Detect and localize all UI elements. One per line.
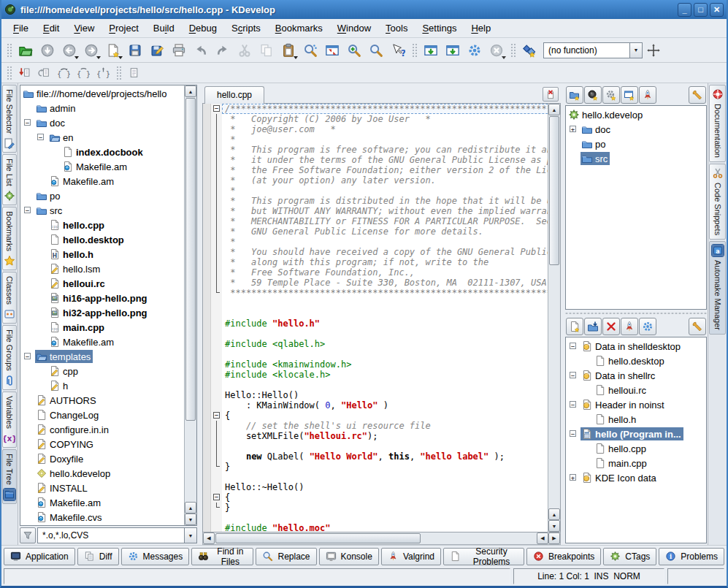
left-tab-bookmarks[interactable]: Bookmarks [2,207,17,270]
doc-button[interactable] [125,64,143,81]
zoom-out-button[interactable] [366,40,386,61]
rocket-button[interactable] [621,318,638,335]
menu-debug[interactable]: Debug [182,20,224,37]
rb-gear-button[interactable] [639,318,656,335]
right-tab-code-snippets[interactable]: Code Snippets [709,164,726,240]
cut-button[interactable] [234,40,255,61]
tree-item-hello-cpp[interactable]: hello.cpp [566,441,706,456]
options-button[interactable] [689,318,706,335]
rt-newfolder-button[interactable] [566,86,583,104]
tree-item-install[interactable]: INSTALL [20,481,184,495]
toolview-button-security-problems[interactable]: Security Problems [443,548,524,565]
menu-project[interactable]: Project [101,20,145,37]
maximize-button[interactable]: □ [694,3,708,17]
tree-item-hello-desktop[interactable]: hello.desktop [566,354,706,368]
close-document-button[interactable] [543,87,559,102]
copy-doc-button[interactable] [35,64,53,81]
brace-round-button[interactable]: { } [55,64,73,81]
tree-item-changelog[interactable]: ChangeLog [20,408,184,422]
menu-scripts[interactable]: Scripts [224,20,268,37]
tree-item-helloui-rc[interactable]: helloui.rc [566,383,706,397]
expand-expander-icon[interactable]: + [570,474,576,481]
code-area[interactable]: −/**************************************… [203,104,548,532]
undo-button[interactable] [191,40,211,61]
editor-vscrollbar[interactable]: ▲ ▲ ▼ [548,104,560,532]
save-as-button[interactable] [147,40,167,61]
rt-newgear-button[interactable] [602,86,620,104]
file-tree-scrollbar[interactable]: ▲ ▲ ▼ [184,85,196,525]
tree-item-hi16-app-hello-png[interactable]: hi16-app-hello.png [20,291,184,305]
toolview-button-valgrind[interactable]: Valgrind [381,548,441,565]
editor-tab-hello-cpp[interactable]: hello.cpp [204,86,264,104]
rt-newwindow-button[interactable] [621,86,638,104]
toolview-button-messages[interactable]: Messages [121,548,190,565]
tree-item-hello-h[interactable]: hello.h [566,412,706,427]
tree-item-hello-kdevelop[interactable]: hello.kdevelop [20,466,184,481]
function-combobox-arrow-icon[interactable]: ▼ [629,42,643,58]
toolview-button-breakpoints[interactable]: Breakpoints [526,548,601,565]
tree-item-copying[interactable]: COPYING [20,437,184,451]
dropdown-arrow-icon[interactable] [74,56,79,59]
brace-up-button[interactable]: { } [94,64,112,81]
scroll-up-icon[interactable]: ▲ [548,508,560,520]
whats-this-button[interactable]: ? [388,40,408,61]
tree-item-src[interactable]: src [566,151,706,166]
toolview-button-diff[interactable]: Diff [77,548,119,565]
tree-item-makefile-am[interactable]: Makefile.am [20,335,184,349]
scroll-down-icon[interactable]: ▼ [185,513,196,525]
toolview-button-application[interactable]: Application [4,548,75,565]
fold-border[interactable]: − [211,492,222,503]
rocket-button[interactable] [639,86,656,104]
status-line-col[interactable]: Line: 1 Col: 1 INS NORM [513,568,664,584]
collapse-expander-icon[interactable]: − [570,343,576,349]
filter-button[interactable] [20,527,36,543]
menu-build[interactable]: Build [146,20,182,37]
fullscreen-button[interactable] [322,40,342,61]
tree-item-makefile-am[interactable]: Makefile.am [20,495,184,510]
left-tab-file-tree[interactable]: File Tree [2,449,17,504]
dropdown-arrow-icon[interactable] [294,56,298,59]
tree-item-hi32-app-hello-png[interactable]: hi32-app-hello.png [20,305,184,320]
rb-remove-button[interactable] [602,318,620,335]
scroll-left-icon[interactable]: ◀ [203,532,215,544]
left-tab-variables[interactable]: Variables{x} [2,392,17,448]
scroll-down-icon[interactable]: ▼ [548,520,560,532]
tree-item-makefile-cvs[interactable]: Makefile.cvs [20,510,184,524]
toolview-button-problems[interactable]: iProblems [659,548,724,565]
tree-item-hello-lsm[interactable]: hello.lsm [20,261,184,276]
tree-item-data-in-shellrc[interactable]: −Data in shellrc [566,368,706,383]
close-button[interactable]: ✕ [710,3,724,17]
collapse-expander-icon[interactable]: − [570,401,576,408]
go-down-button[interactable] [37,40,58,61]
toolbar-handle[interactable] [6,65,12,81]
toolview-button-replace[interactable]: Replace [256,548,316,565]
toolview-button-konsole[interactable]: Konsole [319,548,379,565]
minimize-button[interactable]: _ [678,3,691,17]
collapse-expander-icon[interactable]: − [37,134,44,140]
menu-help[interactable]: Help [464,20,498,37]
copy-button[interactable] [256,40,277,61]
tree-item-hello-kdevelop[interactable]: hello.kdevelop [566,107,706,122]
fold-border[interactable]: − [211,104,222,114]
tree-item-hello-cpp[interactable]: cpphello.cpp [20,218,184,232]
jump-doc-button[interactable] [15,64,34,81]
forward-button[interactable] [81,40,101,61]
configure-button[interactable] [464,40,485,61]
tree-item-header-in-noinst[interactable]: −Header in noinst [566,397,706,412]
menu-settings[interactable]: Settings [415,20,464,37]
filter-dropdown-icon[interactable]: ▼ [184,527,197,543]
tree-item-configure-in-in[interactable]: configure.in.in [20,422,184,437]
new-class-button[interactable] [519,40,540,61]
tree-item-kde-icon-data[interactable]: +KDE Icon data [566,470,706,485]
tree-item-cpp[interactable]: cpp [20,364,184,378]
fold-collapse-icon[interactable]: − [213,412,220,419]
redo-button[interactable] [212,40,233,61]
focus-handle-button[interactable] [643,40,664,61]
find-select-button[interactable] [300,40,321,61]
collapse-expander-icon[interactable]: − [24,353,31,359]
dropdown-arrow-icon[interactable] [118,56,123,59]
tree-item-doc[interactable]: +doc [566,122,706,137]
save-button[interactable] [125,40,145,61]
collapse-expander-icon[interactable]: − [24,119,31,126]
new-file-button[interactable] [103,40,123,61]
